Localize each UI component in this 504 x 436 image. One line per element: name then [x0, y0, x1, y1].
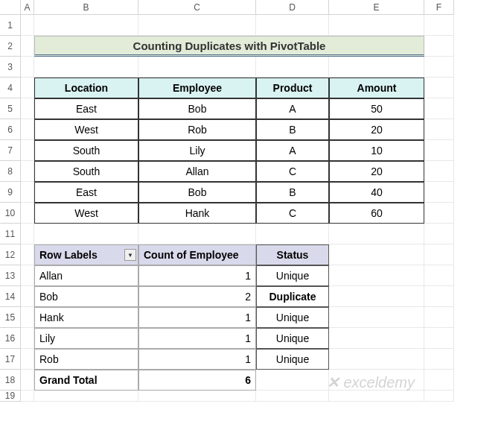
cell-F9[interactable] [424, 182, 454, 203]
table1-cell[interactable]: C [256, 161, 329, 182]
cell-E16[interactable] [329, 328, 424, 349]
pivot-row-labels-header[interactable]: Row Labels▼ [34, 244, 138, 265]
cell-A12[interactable] [21, 244, 34, 265]
pivot-row-label[interactable]: Allan [34, 265, 138, 286]
cell-E14[interactable] [329, 286, 424, 307]
table1-cell[interactable]: South [34, 140, 138, 161]
cell-E17[interactable] [329, 349, 424, 370]
pivot-grand-total-label[interactable]: Grand Total [34, 370, 138, 391]
row-header-16[interactable]: 16 [0, 328, 21, 349]
cell-A8[interactable] [21, 161, 34, 182]
cell-C1[interactable] [138, 15, 256, 36]
cell-A11[interactable] [21, 224, 34, 244]
cell-C11[interactable] [138, 224, 256, 244]
cell-F12[interactable] [424, 244, 454, 265]
table1-cell[interactable]: Lily [138, 140, 256, 161]
pivot-row-label[interactable]: Lily [34, 328, 138, 349]
row-header-1[interactable]: 1 [0, 15, 21, 36]
row-header-9[interactable]: 9 [0, 182, 21, 203]
table1-cell[interactable]: A [256, 140, 329, 161]
pivot-grand-total-value[interactable]: 6 [138, 370, 256, 391]
pivot-count-value[interactable]: 1 [138, 349, 256, 370]
row-header-19[interactable]: 19 [0, 391, 21, 402]
cell-F7[interactable] [424, 140, 454, 161]
cell-A3[interactable] [21, 57, 34, 78]
cell-A2[interactable] [21, 36, 34, 57]
cell-F2[interactable] [424, 36, 454, 57]
cell-F13[interactable] [424, 265, 454, 286]
cell-E13[interactable] [329, 265, 424, 286]
cell-D1[interactable] [256, 15, 329, 36]
pivot-count-value[interactable]: 1 [138, 328, 256, 349]
table1-cell[interactable]: A [256, 98, 329, 119]
cell-B11[interactable] [34, 224, 138, 244]
row-header-17[interactable]: 17 [0, 349, 21, 370]
cell-F5[interactable] [424, 98, 454, 119]
table1-cell[interactable]: East [34, 182, 138, 203]
cell-E3[interactable] [329, 57, 424, 78]
cell-F18[interactable] [424, 370, 454, 391]
pivot-row-label[interactable]: Rob [34, 349, 138, 370]
cell-A15[interactable] [21, 307, 34, 328]
row-header-15[interactable]: 15 [0, 307, 21, 328]
cell-C19[interactable] [138, 391, 256, 402]
pivot-row-label[interactable]: Hank [34, 307, 138, 328]
table1-cell[interactable]: B [256, 182, 329, 203]
row-header-3[interactable]: 3 [0, 57, 21, 78]
row-header-4[interactable]: 4 [0, 78, 21, 98]
cell-A5[interactable] [21, 98, 34, 119]
cell-B1[interactable] [34, 15, 138, 36]
row-header-2[interactable]: 2 [0, 36, 21, 57]
row-header-13[interactable]: 13 [0, 265, 21, 286]
cell-E12[interactable] [329, 244, 424, 265]
table1-cell[interactable]: 10 [329, 140, 424, 161]
cell-B3[interactable] [34, 57, 138, 78]
cell-E19[interactable] [329, 391, 424, 402]
cell-D19[interactable] [256, 391, 329, 402]
cell-F3[interactable] [424, 57, 454, 78]
cell-A1[interactable] [21, 15, 34, 36]
cell-A14[interactable] [21, 286, 34, 307]
col-header-B[interactable]: B [34, 0, 138, 15]
cell-A9[interactable] [21, 182, 34, 203]
cell-D3[interactable] [256, 57, 329, 78]
row-header-12[interactable]: 12 [0, 244, 21, 265]
table1-cell[interactable]: South [34, 161, 138, 182]
cell-D18[interactable] [256, 370, 329, 391]
cell-F4[interactable] [424, 78, 454, 98]
cell-C3[interactable] [138, 57, 256, 78]
col-header-F[interactable]: F [424, 0, 454, 15]
cell-E15[interactable] [329, 307, 424, 328]
cell-F10[interactable] [424, 203, 454, 224]
table1-cell[interactable]: West [34, 203, 138, 224]
row-header-11[interactable]: 11 [0, 224, 21, 244]
table1-cell[interactable]: 60 [329, 203, 424, 224]
cell-A16[interactable] [21, 328, 34, 349]
table1-cell[interactable]: Bob [138, 98, 256, 119]
table1-cell[interactable]: Allan [138, 161, 256, 182]
table1-cell[interactable]: B [256, 119, 329, 140]
cell-A10[interactable] [21, 203, 34, 224]
table1-cell[interactable]: Rob [138, 119, 256, 140]
row-header-14[interactable]: 14 [0, 286, 21, 307]
table1-cell[interactable]: Bob [138, 182, 256, 203]
row-header-18[interactable]: 18 [0, 370, 21, 391]
col-header-A[interactable]: A [21, 0, 34, 15]
pivot-filter-dropdown[interactable]: ▼ [124, 249, 136, 261]
pivot-count-value[interactable]: 1 [138, 265, 256, 286]
row-header-8[interactable]: 8 [0, 161, 21, 182]
cell-A6[interactable] [21, 119, 34, 140]
table1-cell[interactable]: 20 [329, 161, 424, 182]
cell-A19[interactable] [21, 391, 34, 402]
pivot-count-value[interactable]: 1 [138, 307, 256, 328]
cell-F6[interactable] [424, 119, 454, 140]
table1-cell[interactable]: Hank [138, 203, 256, 224]
pivot-count-value[interactable]: 2 [138, 286, 256, 307]
cell-F11[interactable] [424, 224, 454, 244]
select-all-corner[interactable] [0, 0, 21, 15]
table1-cell[interactable]: East [34, 98, 138, 119]
table1-cell[interactable]: 20 [329, 119, 424, 140]
cell-F1[interactable] [424, 15, 454, 36]
pivot-row-label[interactable]: Bob [34, 286, 138, 307]
row-header-5[interactable]: 5 [0, 98, 21, 119]
